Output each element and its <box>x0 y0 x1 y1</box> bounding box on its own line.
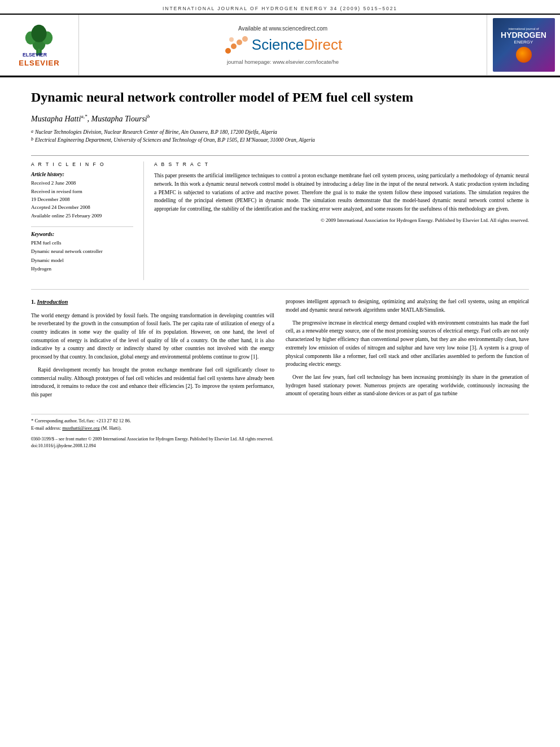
keywords-title: Keywords: <box>31 231 133 237</box>
affil-b-sup: b <box>31 136 33 144</box>
sciencedirect-icon <box>224 35 250 55</box>
intro-para-2: Rapid development recently has brought t… <box>31 366 274 399</box>
main-col-left: 1. Introduction The world energy demand … <box>31 298 274 403</box>
author-hatti-sup: a,* <box>81 113 87 119</box>
footnote-email: E-mail address: musthatti@ieee.org (M. H… <box>31 425 529 433</box>
abstract-text: This paper presents the artificial intel… <box>154 172 529 213</box>
svg-point-10 <box>242 36 248 42</box>
journal-cover-area: international journal of HYDROGEN ENERGY <box>487 15 560 75</box>
banner-center: Available at www.sciencedirect.com Scien… <box>79 15 487 75</box>
affil-b-line: b Electrical Engineering Department, Uni… <box>31 136 529 144</box>
footer-copyright-text: 0360-3199/$ – see front matter © 2009 In… <box>31 436 529 443</box>
accepted-line: Accepted 24 December 2008 <box>31 203 133 211</box>
journal-cover: international journal of HYDROGEN ENERGY <box>493 18 555 72</box>
abstract-copyright: © 2009 International Association for Hyd… <box>154 217 529 225</box>
banner: ELSEVIER ELSEVIER Available at www.scien… <box>0 14 560 76</box>
info-inner-divider <box>31 226 133 227</box>
cover-energy-text: ENERGY <box>514 40 533 45</box>
page-footer: * Corresponding author. Tel./fax: +213 2… <box>31 414 529 449</box>
main-divider <box>31 289 529 290</box>
history-title: Article history: <box>31 172 133 177</box>
right-para-1: proposes intelligent approach to designi… <box>286 298 529 314</box>
cover-hydrogen-text: HYDROGEN <box>501 31 546 40</box>
sciencedirect-text: ScienceDirect <box>252 36 342 54</box>
abstract-label: A B S T R A C T <box>154 161 529 167</box>
authors-line: Mustapha Hattia,*, Mustapha Tioursib <box>31 113 529 124</box>
svg-point-4 <box>32 25 47 42</box>
affil-b-text: Electrical Engineering Department, Unive… <box>35 136 315 144</box>
journal-title: INTERNATIONAL JOURNAL OF HYDROGEN ENERGY… <box>163 6 397 11</box>
affil-a-line: a Nuclear Technologies Division, Nuclear… <box>31 128 529 136</box>
email-name: (M. Hatti). <box>100 425 122 431</box>
elsevier-logo-area: ELSEVIER ELSEVIER <box>0 15 79 75</box>
author-tioursi: Mustapha Tioursi <box>91 115 147 123</box>
keyword-1: PEM fuel cells <box>31 239 133 247</box>
received-revised-date: 19 December 2008 <box>31 195 133 203</box>
available-text: Available at www.sciencedirect.com <box>238 25 327 32</box>
elsevier-logo: ELSEVIER ELSEVIER <box>19 23 59 67</box>
info-abstract-section: A R T I C L E I N F O Article history: R… <box>0 161 560 280</box>
article-info-label: A R T I C L E I N F O <box>31 161 133 167</box>
right-para-2: The progressive increase in electrical e… <box>286 319 529 369</box>
svg-point-7 <box>225 48 231 54</box>
footnote-corresponding: * Corresponding author. Tel./fax: +213 2… <box>31 417 529 425</box>
email-link: musthatti@ieee.org <box>62 425 99 431</box>
intro-title: Introduction <box>37 299 68 305</box>
journal-homepage: journal homepage: www.elsevier.com/locat… <box>227 59 339 65</box>
right-para-3: Over the last few years, fuel cell techn… <box>286 373 529 398</box>
title-section: Dynamic neural network controller model … <box>0 76 560 150</box>
elsevier-label: ELSEVIER <box>19 59 59 67</box>
abstract-column: A B S T R A C T This paper presents the … <box>144 161 529 280</box>
available-line: Available online 25 February 2009 <box>31 212 133 220</box>
sciencedirect-logo: ScienceDirect <box>224 35 342 55</box>
intro-num: 1. <box>31 299 36 305</box>
author-hatti: Mustapha Hatti <box>31 115 81 123</box>
svg-text:ELSEVIER: ELSEVIER <box>23 52 47 56</box>
footer-doi: doi:10.1016/j.ijhydene.2008.12.094 <box>31 443 529 449</box>
received-line: Received 2 June 2008 <box>31 179 133 187</box>
received-revised-label: Received in revised form <box>31 187 133 195</box>
cover-circle-graphic <box>516 47 532 63</box>
intro-para-1: The world energy demand is provided by f… <box>31 312 274 361</box>
svg-point-8 <box>231 43 237 49</box>
svg-point-11 <box>229 37 234 42</box>
keywords-group: Keywords: PEM fuel cells Dynamic neural … <box>31 231 133 273</box>
affiliations: a Nuclear Technologies Division, Nuclear… <box>31 128 529 145</box>
keyword-3: Dynamic model <box>31 256 133 265</box>
svg-point-9 <box>237 40 242 45</box>
main-col-right: proposes intelligent approach to designi… <box>286 298 529 403</box>
article-info-column: A R T I C L E I N F O Article history: R… <box>31 161 144 280</box>
journal-header: INTERNATIONAL JOURNAL OF HYDROGEN ENERGY… <box>0 0 560 14</box>
intro-heading: 1. Introduction <box>31 298 274 307</box>
corresponding-label: * Corresponding author. Tel./fax: +213 2… <box>31 418 131 423</box>
article-title: Dynamic neural network controller model … <box>31 89 529 106</box>
keyword-2: Dynamic neural network controller <box>31 247 133 256</box>
elsevier-tree-icon: ELSEVIER <box>19 23 59 56</box>
email-label: E-mail address: <box>31 425 62 431</box>
page: INTERNATIONAL JOURNAL OF HYDROGEN ENERGY… <box>0 0 560 747</box>
footer-copyright: 0360-3199/$ – see front matter © 2009 In… <box>31 436 529 449</box>
keyword-4: Hydrogen <box>31 265 133 273</box>
affil-a-text: Nuclear Technologies Division, Nuclear R… <box>35 128 277 136</box>
article-history: Article history: Received 2 June 2008 Re… <box>31 172 133 220</box>
affil-a-sup: a <box>31 128 33 136</box>
title-divider <box>31 155 529 156</box>
main-content: 1. Introduction The world energy demand … <box>0 298 560 403</box>
author-tioursi-sup: b <box>147 113 150 119</box>
intro-para-2-text: Rapid development recently has brought t… <box>31 367 274 397</box>
